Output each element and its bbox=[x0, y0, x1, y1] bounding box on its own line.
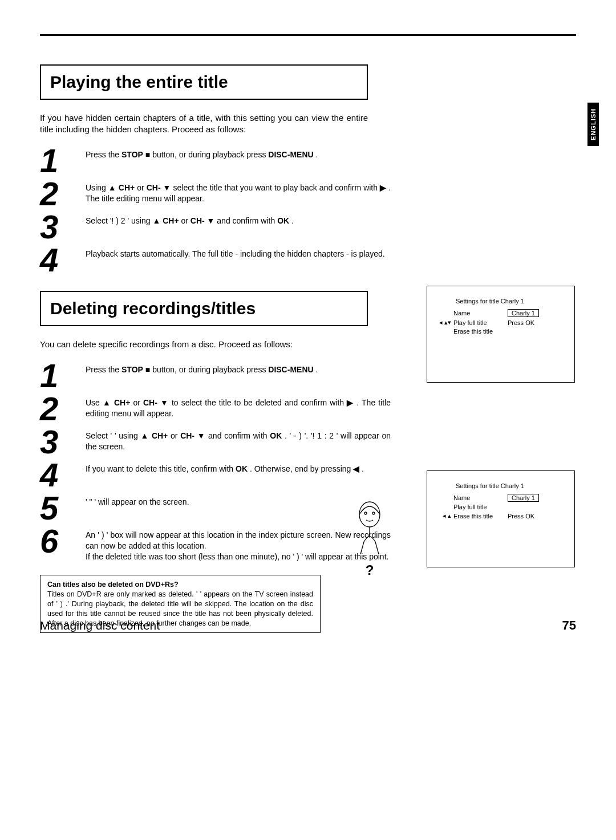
osd-row-label: Erase this title bbox=[453, 513, 508, 520]
up-icon: ▲ bbox=[141, 431, 149, 440]
svg-point-0 bbox=[359, 502, 380, 527]
step-number: 1 bbox=[40, 361, 86, 391]
top-rule bbox=[40, 34, 576, 36]
osd-row-label: Name bbox=[453, 494, 508, 501]
osd-row-label: Play full title bbox=[453, 504, 508, 510]
osd-row-value: Charly 1 bbox=[508, 494, 539, 502]
osd-row-value: Press OK bbox=[508, 319, 534, 326]
down-icon: ▼ bbox=[207, 216, 215, 225]
step-text: Using ▲ CH+ or CH- ▼ select the title th… bbox=[86, 179, 391, 204]
step-text: Press the STOP ■ button, or during playb… bbox=[86, 361, 391, 375]
page-content: ENGLISH Playing the entire title If you … bbox=[0, 0, 616, 650]
step-text: Select ' ' using ▲ CH+ or CH- ▼ and conf… bbox=[86, 427, 391, 452]
osd-row-label: Name bbox=[453, 310, 508, 316]
step-number: 6 bbox=[40, 526, 86, 556]
svg-point-2 bbox=[372, 512, 375, 514]
step-text: ' " ' will appear on the screen. bbox=[86, 493, 391, 508]
step-text: Press the STOP ■ button, or during playb… bbox=[86, 146, 391, 160]
left-icon: ◂ bbox=[443, 512, 446, 520]
right-icon: ▶ bbox=[380, 183, 386, 192]
up-icon: ▴ bbox=[448, 512, 451, 520]
step-number: 3 bbox=[40, 212, 86, 242]
up-icon: ▲ bbox=[152, 216, 160, 225]
down-icon: ▼ bbox=[163, 183, 171, 192]
osd-row-value: Press OK bbox=[508, 513, 534, 520]
stop-icon: ■ bbox=[145, 150, 150, 159]
footer-section-title: Managing disc content bbox=[40, 619, 160, 632]
step-number: 2 bbox=[40, 179, 86, 209]
svg-point-1 bbox=[364, 512, 367, 514]
intro-deleting-recordings: You can delete specific recordings from … bbox=[40, 339, 368, 350]
left-icon: ◀ bbox=[353, 464, 359, 473]
osd-settings-play: Settings for title Charly 1 Name Charly … bbox=[427, 286, 575, 383]
osd-heading: Settings for title Charly 1 bbox=[456, 482, 566, 489]
step-number: 4 bbox=[40, 245, 86, 275]
osd-row-label: Erase this title bbox=[453, 328, 508, 335]
tip-illustration: ? bbox=[347, 497, 392, 577]
stop-icon: ■ bbox=[145, 365, 150, 374]
osd-row-value: Charly 1 bbox=[508, 309, 539, 317]
question-mark-icon: ? bbox=[347, 562, 392, 578]
updown-icon: ▴▾ bbox=[444, 319, 451, 326]
intro-play-entire-title: If you have hidden certain chapters of a… bbox=[40, 112, 368, 136]
up-icon: ▲ bbox=[108, 183, 116, 192]
step-text: Playback starts automatically. The full … bbox=[86, 245, 391, 259]
page-footer: Managing disc content 75 bbox=[40, 618, 576, 633]
osd-row-label: Play full title bbox=[453, 319, 508, 326]
steps-deleting-recordings: 1 Press the STOP ■ button, or during pla… bbox=[40, 361, 391, 563]
step-text: Use ▲ CH+ or CH- ▼ to select the title t… bbox=[86, 394, 391, 419]
up-icon: ▲ bbox=[103, 398, 111, 407]
step-text: Select '! ) 2 ' using ▲ CH+ or CH- ▼ and… bbox=[86, 212, 391, 226]
footer-page-number: 75 bbox=[562, 618, 576, 633]
step-number: 5 bbox=[40, 493, 86, 523]
heading-deleting-recordings: Deleting recordings/titles bbox=[40, 291, 368, 326]
step-number: 3 bbox=[40, 427, 86, 457]
osd-heading: Settings for title Charly 1 bbox=[456, 298, 566, 305]
tip-heading: Can titles also be deleted on DVD+Rs? bbox=[47, 581, 179, 589]
steps-play-entire-title: 1 Press the STOP ■ button, or during pla… bbox=[40, 146, 391, 275]
step-number: 1 bbox=[40, 146, 86, 176]
language-tab: ENGLISH bbox=[587, 103, 599, 146]
down-icon: ▼ bbox=[197, 431, 206, 440]
osd-settings-erase: Settings for title Charly 1 Name Charly … bbox=[427, 470, 575, 567]
step-text: An ' ) ' box will now appear at this loc… bbox=[86, 526, 391, 562]
step-number: 2 bbox=[40, 394, 86, 424]
step-number: 4 bbox=[40, 460, 86, 490]
heading-play-entire-title: Playing the entire title bbox=[40, 64, 368, 100]
left-icon: ◂ bbox=[439, 319, 443, 326]
right-icon: ▶ bbox=[347, 398, 354, 407]
down-icon: ▼ bbox=[160, 398, 169, 407]
step-text: If you want to delete this title, confir… bbox=[86, 460, 391, 474]
